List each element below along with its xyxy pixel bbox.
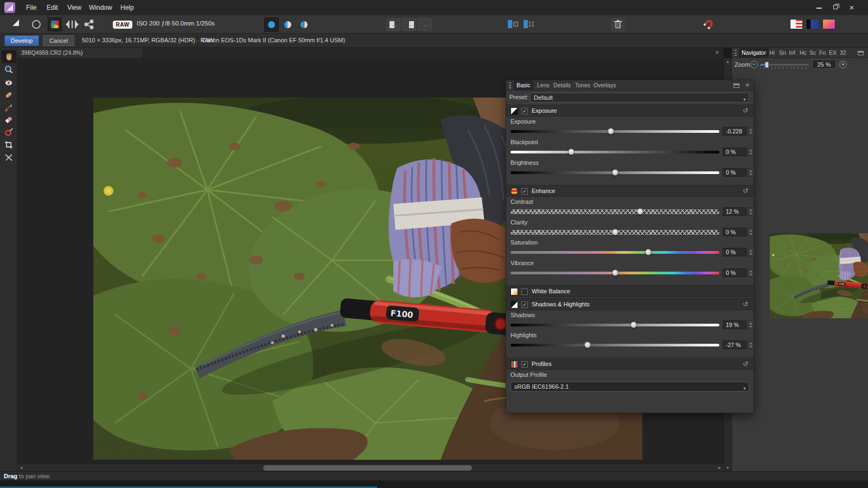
contrast-value-field[interactable]: 12 % [723,207,746,216]
brightness-slider-thumb[interactable] [612,169,618,176]
exposure-stepper[interactable]: ▲▼ [748,127,754,136]
shadows-slider-track[interactable] [510,324,719,326]
preset-dropdown[interactable]: Default▼ [530,93,749,102]
export-persona-icon[interactable] [82,17,96,31]
blackpoint-stepper[interactable]: ▲▼ [748,147,754,156]
horizontal-scroll-thumb[interactable] [263,465,472,471]
tab-histogram[interactable]: Hi [767,48,777,58]
panel-close-icon[interactable]: × [745,81,749,89]
scroll-right-icon[interactable]: ► [718,466,722,470]
navigator-thumbnail[interactable] [770,233,868,318]
single-view-button[interactable] [264,17,279,32]
tab-info[interactable]: Inf [786,48,798,58]
highlights-slider-thumb[interactable] [584,342,591,348]
exposure-value-field[interactable]: -0.228 [723,127,746,136]
vibrance-slider-thumb[interactable] [612,269,618,276]
saturation-slider-thumb[interactable] [645,249,652,255]
mirror-view-button[interactable] [297,17,311,32]
reset-icon[interactable]: ↺ [743,107,748,114]
exposure-slider-track[interactable] [510,130,719,133]
horizontal-scrollbar[interactable]: ◄ ► [17,464,724,471]
enhance-checkbox[interactable]: ✓ [521,188,528,195]
clarity-stepper[interactable]: ▲▼ [748,228,754,236]
tab-close-icon[interactable]: × [713,48,722,58]
clipped-highlights-icon[interactable] [790,19,803,29]
overlay-erase-tool[interactable] [2,114,16,126]
white-balance-checkbox[interactable] [521,288,528,295]
snapping-magnet-icon[interactable] [701,18,715,31]
vibrance-slider-track[interactable] [510,272,719,274]
menu-file[interactable]: File [20,0,43,15]
highlights-stepper[interactable]: ▲▼ [748,341,754,349]
red-eye-removal-tool[interactable] [2,76,16,89]
panel-menu-icon[interactable] [858,51,864,55]
zoom-in-button[interactable]: + [839,61,847,68]
brightness-slider-track[interactable] [510,171,719,174]
blackpoint-value-field[interactable]: 0 % [723,147,746,156]
scroll-left-icon[interactable]: ◄ [20,466,23,470]
reset-icon[interactable]: ↺ [743,300,748,308]
shadows-stepper[interactable]: ▲▼ [748,320,754,329]
saturation-value-field[interactable]: 0 % [723,248,746,256]
highlights-value-field[interactable]: -27 % [723,341,746,349]
crop-tool[interactable] [2,139,16,151]
develop-persona-icon[interactable] [48,17,62,31]
clipped-shadows-icon[interactable] [806,19,819,29]
shadows-slider-thumb[interactable] [630,322,637,328]
copy-to-before-button[interactable]: ← [402,18,416,31]
tab-basic[interactable]: Basic [514,80,533,91]
scroll-down-icon[interactable]: ▼ [726,466,730,470]
document-tab[interactable]: 39BQ4959.CR2 (24.8%) [17,48,143,58]
contrast-slider-thumb[interactable] [637,208,643,215]
trash-icon[interactable] [611,18,625,31]
swap-before-after-button[interactable]: ↔ [418,18,432,31]
zoom-value-field[interactable]: 25 % [812,60,836,69]
contrast-slider-track[interactable] [510,209,719,214]
exposure-section-header[interactable]: ✓ Exposure ↺ [506,105,754,117]
split-view-button[interactable] [280,17,295,32]
saturation-stepper[interactable]: ▲▼ [748,248,754,256]
menu-help[interactable]: Help [114,0,141,15]
blackpoint-slider-thumb[interactable] [568,149,575,155]
tab-overlays[interactable]: Overlays [591,80,618,91]
panel-drag-handle[interactable] [735,50,737,56]
contrast-stepper[interactable]: ▲▼ [748,207,754,216]
menu-window[interactable]: Window [82,0,119,15]
shadows-highlights-checkbox[interactable]: ✓ [521,301,528,308]
zoom-tool[interactable] [2,63,16,76]
photo-persona-icon[interactable] [9,17,23,31]
clarity-slider-track[interactable] [510,230,719,235]
white-balance-section-header[interactable]: White Balance [506,285,754,297]
highlights-slider-track[interactable] [510,344,719,346]
cancel-button[interactable]: Cancel [43,35,74,46]
exposure-slider-thumb[interactable] [608,128,614,134]
clipped-tones-icon[interactable] [822,19,835,29]
clarity-slider-thumb[interactable] [612,229,618,235]
vibrance-stepper[interactable]: ▲▼ [748,268,754,277]
brightness-value-field[interactable]: 0 % [723,168,746,177]
zoom-out-button[interactable]: − [750,61,758,68]
tab-navigator[interactable]: Navigator [739,48,769,58]
tab-32bit[interactable]: 32 [837,48,849,58]
exposure-checkbox[interactable]: ✓ [521,108,528,114]
minimize-button[interactable] [811,0,827,15]
zoom-slider-track[interactable] [760,64,809,66]
clarity-value-field[interactable]: 0 % [723,228,746,236]
vibrance-value-field[interactable]: 0 % [723,268,746,277]
tone-mapping-persona-icon[interactable] [65,17,79,31]
panel-drag-handle[interactable] [509,82,511,88]
tab-details[interactable]: Details [551,80,573,91]
reset-icon[interactable]: ↺ [743,360,748,368]
scroll-up-icon[interactable]: ▲ [726,60,730,63]
blackpoint-slider-track[interactable] [510,151,719,153]
shadows-value-field[interactable]: 19 % [723,320,746,329]
dock-panel-left-button[interactable] [506,18,520,31]
float-panel-button[interactable] [521,18,535,31]
white-balance-tool[interactable] [2,151,16,164]
profiles-checkbox[interactable]: ✓ [521,361,528,368]
shadows-highlights-section-header[interactable]: ✓ Shadows & Highlights ↺ [506,298,754,310]
reset-icon[interactable]: ↺ [743,187,748,195]
develop-button[interactable]: Develop [4,35,39,46]
close-button[interactable]: × [844,0,860,15]
copy-to-after-button[interactable]: → [386,18,400,31]
